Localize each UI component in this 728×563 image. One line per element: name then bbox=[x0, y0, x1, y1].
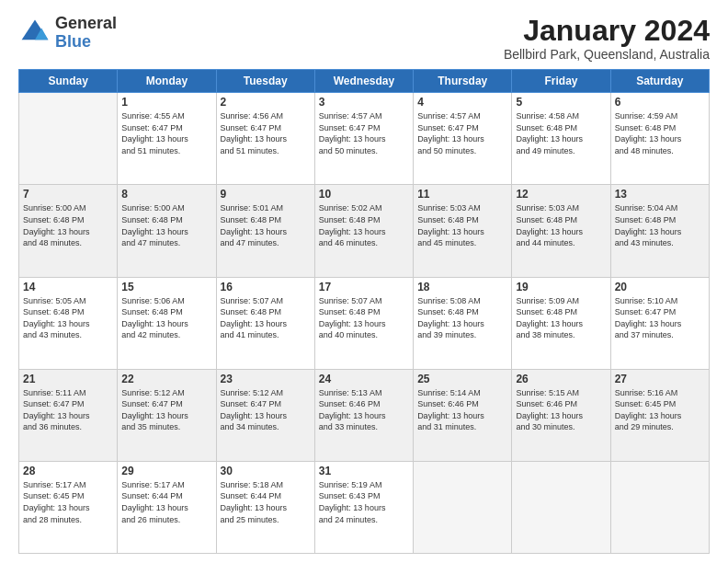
calendar-cell: 17Sunrise: 5:07 AM Sunset: 6:48 PM Dayli… bbox=[314, 277, 413, 369]
day-number: 7 bbox=[23, 188, 113, 201]
day-info: Sunrise: 5:17 AM Sunset: 6:45 PM Dayligh… bbox=[23, 479, 113, 525]
day-info: Sunrise: 5:07 AM Sunset: 6:48 PM Dayligh… bbox=[221, 295, 311, 341]
day-info: Sunrise: 5:08 AM Sunset: 6:48 PM Dayligh… bbox=[417, 295, 507, 341]
day-number: 1 bbox=[121, 96, 211, 109]
day-number: 4 bbox=[417, 96, 507, 109]
title-block: January 2024 Bellbird Park, Queensland, … bbox=[504, 15, 710, 62]
calendar-cell: 3Sunrise: 4:57 AM Sunset: 6:47 PM Daylig… bbox=[314, 93, 413, 185]
day-number: 24 bbox=[319, 373, 409, 385]
calendar-cell: 6Sunrise: 4:59 AM Sunset: 6:48 PM Daylig… bbox=[610, 93, 709, 185]
calendar-cell: 18Sunrise: 5:08 AM Sunset: 6:48 PM Dayli… bbox=[414, 277, 512, 369]
calendar-cell: 31Sunrise: 5:19 AM Sunset: 6:43 PM Dayli… bbox=[314, 461, 413, 553]
day-number: 21 bbox=[23, 373, 113, 385]
day-info: Sunrise: 5:06 AM Sunset: 6:48 PM Dayligh… bbox=[121, 295, 211, 341]
day-number: 13 bbox=[615, 188, 705, 201]
calendar-cell: 2Sunrise: 4:56 AM Sunset: 6:47 PM Daylig… bbox=[216, 93, 314, 185]
day-info: Sunrise: 4:57 AM Sunset: 6:47 PM Dayligh… bbox=[319, 110, 409, 156]
calendar-week-row: 7Sunrise: 5:00 AM Sunset: 6:48 PM Daylig… bbox=[19, 185, 710, 277]
month-title: January 2024 bbox=[504, 15, 710, 47]
weekday-header-monday: Monday bbox=[118, 70, 216, 93]
weekday-header-wednesday: Wednesday bbox=[314, 70, 413, 93]
day-info: Sunrise: 5:12 AM Sunset: 6:47 PM Dayligh… bbox=[121, 387, 211, 433]
day-info: Sunrise: 5:13 AM Sunset: 6:46 PM Dayligh… bbox=[319, 387, 409, 433]
calendar-cell: 28Sunrise: 5:17 AM Sunset: 6:45 PM Dayli… bbox=[19, 461, 118, 553]
day-number: 30 bbox=[221, 465, 311, 477]
day-info: Sunrise: 5:11 AM Sunset: 6:47 PM Dayligh… bbox=[23, 387, 113, 433]
day-info: Sunrise: 5:03 AM Sunset: 6:48 PM Dayligh… bbox=[417, 202, 507, 248]
header: General Blue January 2024 Bellbird Park,… bbox=[18, 15, 710, 62]
day-info: Sunrise: 5:04 AM Sunset: 6:48 PM Dayligh… bbox=[615, 202, 705, 248]
logo: General Blue bbox=[18, 15, 117, 52]
day-number: 8 bbox=[121, 188, 211, 201]
day-info: Sunrise: 4:55 AM Sunset: 6:47 PM Dayligh… bbox=[121, 110, 211, 156]
day-number: 3 bbox=[319, 96, 409, 109]
calendar-week-row: 1Sunrise: 4:55 AM Sunset: 6:47 PM Daylig… bbox=[19, 93, 710, 185]
calendar-cell: 11Sunrise: 5:03 AM Sunset: 6:48 PM Dayli… bbox=[414, 185, 512, 277]
day-number: 18 bbox=[417, 281, 507, 293]
day-info: Sunrise: 5:19 AM Sunset: 6:43 PM Dayligh… bbox=[319, 479, 409, 525]
day-info: Sunrise: 5:14 AM Sunset: 6:46 PM Dayligh… bbox=[417, 387, 507, 433]
calendar-cell: 24Sunrise: 5:13 AM Sunset: 6:46 PM Dayli… bbox=[314, 369, 413, 461]
day-number: 23 bbox=[221, 373, 311, 385]
day-number: 20 bbox=[615, 281, 705, 293]
day-info: Sunrise: 4:59 AM Sunset: 6:48 PM Dayligh… bbox=[615, 110, 705, 156]
day-info: Sunrise: 5:18 AM Sunset: 6:44 PM Dayligh… bbox=[221, 479, 311, 525]
calendar-cell bbox=[19, 93, 118, 185]
day-info: Sunrise: 5:01 AM Sunset: 6:48 PM Dayligh… bbox=[221, 202, 311, 248]
calendar-cell: 8Sunrise: 5:00 AM Sunset: 6:48 PM Daylig… bbox=[118, 185, 216, 277]
day-info: Sunrise: 5:07 AM Sunset: 6:48 PM Dayligh… bbox=[319, 295, 409, 341]
weekday-header-sunday: Sunday bbox=[19, 70, 118, 93]
weekday-header-tuesday: Tuesday bbox=[216, 70, 314, 93]
calendar-cell bbox=[414, 461, 512, 553]
day-number: 10 bbox=[319, 188, 409, 201]
calendar-cell: 7Sunrise: 5:00 AM Sunset: 6:48 PM Daylig… bbox=[19, 185, 118, 277]
calendar-cell: 22Sunrise: 5:12 AM Sunset: 6:47 PM Dayli… bbox=[118, 369, 216, 461]
day-info: Sunrise: 5:15 AM Sunset: 6:46 PM Dayligh… bbox=[516, 387, 606, 433]
weekday-header-thursday: Thursday bbox=[414, 70, 512, 93]
calendar-cell: 25Sunrise: 5:14 AM Sunset: 6:46 PM Dayli… bbox=[414, 369, 512, 461]
calendar-cell: 26Sunrise: 5:15 AM Sunset: 6:46 PM Dayli… bbox=[512, 369, 610, 461]
calendar-cell: 30Sunrise: 5:18 AM Sunset: 6:44 PM Dayli… bbox=[216, 461, 314, 553]
day-info: Sunrise: 5:16 AM Sunset: 6:45 PM Dayligh… bbox=[615, 387, 705, 433]
day-number: 11 bbox=[417, 188, 507, 201]
calendar-cell: 23Sunrise: 5:12 AM Sunset: 6:47 PM Dayli… bbox=[216, 369, 314, 461]
day-number: 17 bbox=[319, 281, 409, 293]
day-number: 29 bbox=[121, 465, 211, 477]
calendar-cell: 15Sunrise: 5:06 AM Sunset: 6:48 PM Dayli… bbox=[118, 277, 216, 369]
day-info: Sunrise: 5:17 AM Sunset: 6:44 PM Dayligh… bbox=[121, 479, 211, 525]
day-number: 14 bbox=[23, 281, 113, 293]
calendar-cell: 20Sunrise: 5:10 AM Sunset: 6:47 PM Dayli… bbox=[610, 277, 709, 369]
calendar-cell: 5Sunrise: 4:58 AM Sunset: 6:48 PM Daylig… bbox=[512, 93, 610, 185]
calendar-cell bbox=[512, 461, 610, 553]
logo-icon bbox=[18, 17, 51, 50]
calendar-cell: 13Sunrise: 5:04 AM Sunset: 6:48 PM Dayli… bbox=[610, 185, 709, 277]
calendar-cell: 4Sunrise: 4:57 AM Sunset: 6:47 PM Daylig… bbox=[414, 93, 512, 185]
day-number: 31 bbox=[319, 465, 409, 477]
day-info: Sunrise: 4:57 AM Sunset: 6:47 PM Dayligh… bbox=[417, 110, 507, 156]
day-info: Sunrise: 5:00 AM Sunset: 6:48 PM Dayligh… bbox=[121, 202, 211, 248]
day-info: Sunrise: 5:03 AM Sunset: 6:48 PM Dayligh… bbox=[516, 202, 606, 248]
day-number: 5 bbox=[516, 96, 606, 109]
day-number: 28 bbox=[23, 465, 113, 477]
calendar-cell: 29Sunrise: 5:17 AM Sunset: 6:44 PM Dayli… bbox=[118, 461, 216, 553]
weekday-header-saturday: Saturday bbox=[610, 70, 709, 93]
calendar-cell: 10Sunrise: 5:02 AM Sunset: 6:48 PM Dayli… bbox=[314, 185, 413, 277]
day-info: Sunrise: 5:12 AM Sunset: 6:47 PM Dayligh… bbox=[221, 387, 311, 433]
day-number: 19 bbox=[516, 281, 606, 293]
page: General Blue January 2024 Bellbird Park,… bbox=[0, 0, 728, 563]
calendar-table: SundayMondayTuesdayWednesdayThursdayFrid… bbox=[18, 69, 710, 554]
calendar-cell: 12Sunrise: 5:03 AM Sunset: 6:48 PM Dayli… bbox=[512, 185, 610, 277]
calendar-week-row: 21Sunrise: 5:11 AM Sunset: 6:47 PM Dayli… bbox=[19, 369, 710, 461]
weekday-header-friday: Friday bbox=[512, 70, 610, 93]
day-number: 16 bbox=[221, 281, 311, 293]
day-number: 15 bbox=[121, 281, 211, 293]
location-title: Bellbird Park, Queensland, Australia bbox=[504, 47, 710, 62]
calendar-cell: 9Sunrise: 5:01 AM Sunset: 6:48 PM Daylig… bbox=[216, 185, 314, 277]
calendar-cell: 16Sunrise: 5:07 AM Sunset: 6:48 PM Dayli… bbox=[216, 277, 314, 369]
calendar-cell bbox=[610, 461, 709, 553]
day-info: Sunrise: 5:10 AM Sunset: 6:47 PM Dayligh… bbox=[615, 295, 705, 341]
calendar-week-row: 14Sunrise: 5:05 AM Sunset: 6:48 PM Dayli… bbox=[19, 277, 710, 369]
day-number: 9 bbox=[221, 188, 311, 201]
day-number: 26 bbox=[516, 373, 606, 385]
logo-text: General Blue bbox=[55, 15, 117, 52]
